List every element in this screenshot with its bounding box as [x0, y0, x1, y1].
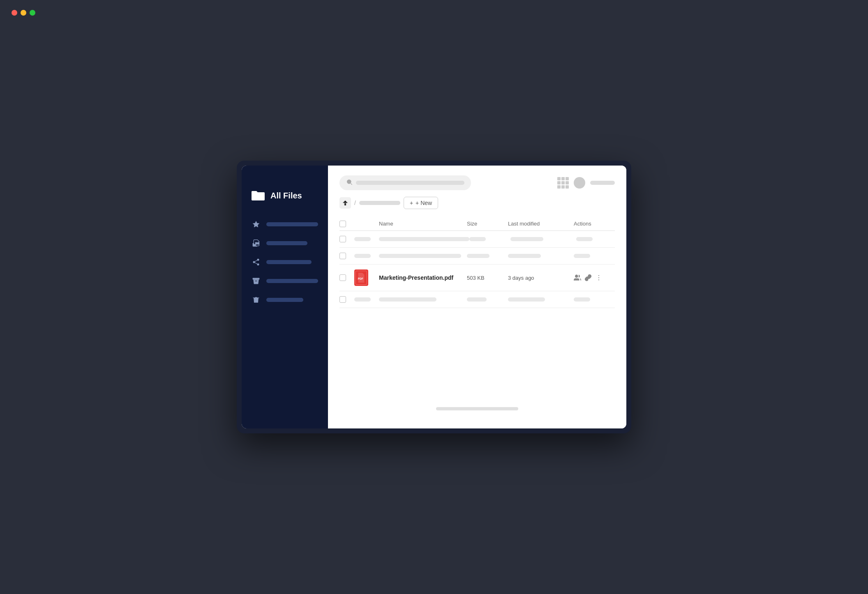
- trash-icon: [252, 295, 261, 304]
- link-icon[interactable]: [584, 274, 592, 281]
- file-size: 503 KB: [467, 275, 485, 281]
- row-checkbox[interactable]: [339, 236, 346, 242]
- table-row: [339, 291, 615, 308]
- file-name-placeholder: [379, 297, 436, 302]
- svg-point-10: [575, 275, 578, 277]
- svg-text:PDF: PDF: [358, 277, 363, 280]
- home-icon[interactable]: [339, 197, 351, 209]
- svg-point-1: [253, 261, 255, 263]
- main-content: / + + New Name: [328, 166, 626, 428]
- avatar[interactable]: [574, 177, 585, 189]
- sidebar-label-archive: [266, 279, 318, 283]
- breadcrumb-separator: /: [354, 200, 356, 206]
- file-name-placeholder: [379, 254, 461, 258]
- table-header: Name Size Last modified Actions: [339, 217, 615, 231]
- sidebar-label-trash: [266, 298, 303, 302]
- top-bar-right: [557, 177, 615, 189]
- star-icon: [252, 220, 261, 229]
- file-date-placeholder: [508, 297, 545, 302]
- sidebar-label-starred: [266, 222, 318, 226]
- file-size-placeholder: [469, 237, 486, 241]
- share-users-icon[interactable]: [574, 274, 581, 281]
- pdf-icon: PDF: [354, 269, 368, 286]
- file-size-placeholder: [467, 297, 487, 302]
- svg-line-4: [255, 260, 257, 261]
- file-actions-placeholder: [574, 297, 590, 302]
- header-checkbox-cell: [339, 221, 354, 227]
- sidebar-item-shared-out[interactable]: [242, 234, 328, 253]
- grid-view-icon[interactable]: [557, 177, 569, 189]
- new-button[interactable]: + + New: [404, 197, 438, 209]
- minimize-button[interactable]: [21, 10, 26, 16]
- user-name-placeholder: [590, 181, 615, 185]
- sidebar-label-shared: [266, 260, 312, 264]
- more-options-icon[interactable]: [595, 274, 603, 281]
- scrollbar: [339, 399, 615, 419]
- row-checkbox[interactable]: [339, 274, 346, 281]
- file-date-placeholder: [510, 237, 543, 241]
- sidebar-header: All Files: [242, 186, 328, 211]
- sidebar-title: All Files: [270, 191, 302, 200]
- row-checkbox[interactable]: [339, 296, 346, 303]
- sidebar-item-trash[interactable]: [242, 290, 328, 309]
- svg-point-11: [598, 275, 599, 276]
- svg-line-3: [255, 262, 257, 264]
- header-actions: Actions: [574, 221, 615, 227]
- file-actions-placeholder: [576, 237, 593, 241]
- file-icon-placeholder: [354, 237, 371, 241]
- maximize-button[interactable]: [30, 10, 35, 16]
- sidebar-item-archive[interactable]: [242, 272, 328, 290]
- share-icon: [252, 258, 261, 267]
- file-date-placeholder: [508, 254, 541, 258]
- new-button-plus: +: [410, 200, 413, 206]
- header-size: Size: [467, 221, 508, 227]
- table-row-marketing-pdf[interactable]: PDF Marketing-Presentation.pdf 503 KB 3 …: [339, 265, 615, 291]
- file-name-placeholder: [379, 237, 469, 241]
- file-icon-placeholder: [354, 297, 371, 302]
- file-size-placeholder: [467, 254, 489, 258]
- folder-icon: [252, 190, 265, 201]
- breadcrumb-path: [359, 201, 400, 205]
- sidebar-label-shared-out: [266, 241, 307, 245]
- search-icon: [346, 179, 353, 187]
- sidebar-nav: [242, 211, 328, 313]
- svg-point-2: [257, 263, 259, 265]
- sidebar: All Files: [242, 166, 328, 428]
- file-actions-placeholder: [574, 254, 590, 258]
- header-name: Name: [379, 221, 467, 227]
- select-all-checkbox[interactable]: [339, 221, 346, 227]
- svg-line-8: [351, 183, 352, 185]
- header-modified: Last modified: [508, 221, 574, 227]
- row-checkbox[interactable]: [339, 253, 346, 259]
- file-table: Name Size Last modified Actions: [339, 217, 615, 399]
- sidebar-item-shared[interactable]: [242, 253, 328, 272]
- archive-icon: [252, 276, 261, 285]
- table-row: [339, 231, 615, 248]
- file-name: Marketing-Presentation.pdf: [379, 274, 453, 281]
- traffic-lights: [12, 10, 35, 16]
- header-icon-cell: [354, 221, 379, 227]
- share-out-icon: [252, 239, 261, 248]
- breadcrumb: / + + New: [339, 197, 615, 209]
- svg-point-0: [257, 259, 259, 261]
- file-icon-placeholder: [354, 254, 371, 258]
- window-inner: All Files: [242, 166, 626, 428]
- table-row: [339, 248, 615, 265]
- svg-point-7: [347, 180, 351, 184]
- close-button[interactable]: [12, 10, 17, 16]
- sidebar-item-starred[interactable]: [242, 215, 328, 234]
- file-modified: 3 days ago: [508, 275, 534, 281]
- top-bar: [339, 175, 615, 190]
- window: All Files: [237, 161, 631, 433]
- svg-rect-5: [253, 278, 260, 280]
- actions-cell: [574, 274, 615, 281]
- search-input-placeholder: [356, 181, 464, 185]
- scrollbar-thumb: [436, 407, 518, 410]
- new-button-label: + New: [416, 200, 432, 206]
- svg-point-13: [598, 279, 599, 280]
- svg-point-12: [598, 277, 599, 278]
- search-bar[interactable]: [339, 175, 471, 190]
